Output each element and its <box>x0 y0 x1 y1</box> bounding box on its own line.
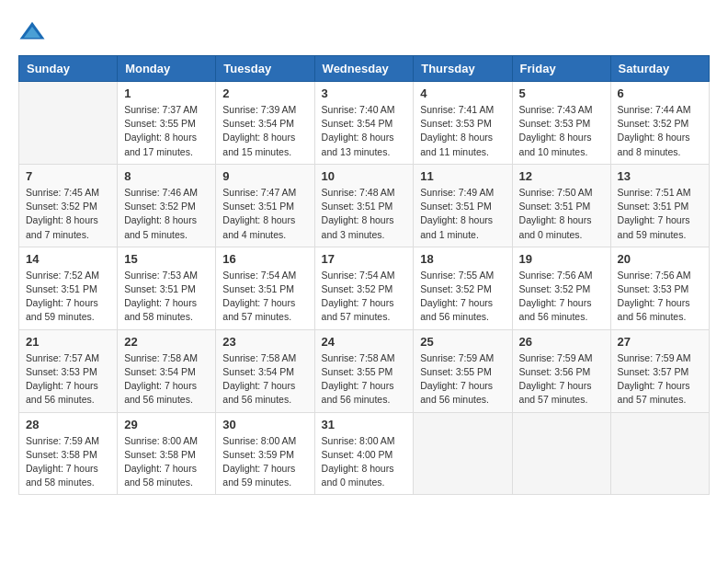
day-number: 28 <box>26 418 110 431</box>
calendar-cell: 31Sunrise: 8:00 AM Sunset: 4:00 PM Dayli… <box>314 412 414 495</box>
calendar-cell: 16Sunrise: 7:54 AM Sunset: 3:51 PM Dayli… <box>216 247 314 329</box>
logo <box>18 18 50 46</box>
day-info: Sunrise: 7:39 AM Sunset: 3:54 PM Dayligh… <box>222 103 307 159</box>
day-number: 17 <box>322 252 407 266</box>
calendar-header-row: SundayMondayTuesdayWednesdayThursdayFrid… <box>19 56 710 82</box>
calendar-cell: 20Sunrise: 7:56 AM Sunset: 3:53 PM Dayli… <box>610 247 709 329</box>
calendar-cell: 3Sunrise: 7:40 AM Sunset: 3:54 PM Daylig… <box>314 82 414 165</box>
day-number: 11 <box>420 169 505 183</box>
calendar-cell: 18Sunrise: 7:55 AM Sunset: 3:52 PM Dayli… <box>414 247 512 329</box>
day-number: 22 <box>124 335 209 349</box>
day-number: 16 <box>222 252 307 266</box>
day-info: Sunrise: 7:51 AM Sunset: 3:51 PM Dayligh… <box>618 186 702 242</box>
calendar-cell: 17Sunrise: 7:54 AM Sunset: 3:52 PM Dayli… <box>314 247 414 329</box>
calendar-cell: 9Sunrise: 7:47 AM Sunset: 3:51 PM Daylig… <box>216 164 314 247</box>
calendar-cell: 22Sunrise: 7:58 AM Sunset: 3:54 PM Dayli… <box>118 329 216 412</box>
calendar-week-row: 14Sunrise: 7:52 AM Sunset: 3:51 PM Dayli… <box>19 247 710 329</box>
day-number: 14 <box>26 252 110 266</box>
day-number: 23 <box>222 335 307 349</box>
weekday-header: Monday <box>118 56 216 82</box>
weekday-header: Wednesday <box>314 56 414 82</box>
day-info: Sunrise: 7:44 AM Sunset: 3:52 PM Dayligh… <box>618 103 702 159</box>
day-info: Sunrise: 7:41 AM Sunset: 3:53 PM Dayligh… <box>420 103 505 159</box>
calendar-cell <box>512 412 610 495</box>
day-info: Sunrise: 7:57 AM Sunset: 3:53 PM Dayligh… <box>26 351 110 408</box>
day-number: 30 <box>222 418 307 431</box>
day-number: 19 <box>519 252 604 266</box>
calendar-cell: 13Sunrise: 7:51 AM Sunset: 3:51 PM Dayli… <box>610 164 709 247</box>
day-number: 5 <box>519 86 604 100</box>
weekday-header: Tuesday <box>216 56 314 82</box>
day-info: Sunrise: 7:56 AM Sunset: 3:53 PM Dayligh… <box>618 269 702 325</box>
day-number: 3 <box>322 86 407 100</box>
weekday-header: Thursday <box>414 56 512 82</box>
calendar-cell: 14Sunrise: 7:52 AM Sunset: 3:51 PM Dayli… <box>19 247 118 329</box>
calendar-week-row: 21Sunrise: 7:57 AM Sunset: 3:53 PM Dayli… <box>19 329 710 412</box>
calendar-cell: 8Sunrise: 7:46 AM Sunset: 3:52 PM Daylig… <box>118 164 216 247</box>
day-number: 15 <box>124 252 209 266</box>
day-info: Sunrise: 7:59 AM Sunset: 3:57 PM Dayligh… <box>618 351 702 408</box>
weekday-header: Saturday <box>610 56 709 82</box>
day-info: Sunrise: 7:43 AM Sunset: 3:53 PM Dayligh… <box>519 103 604 159</box>
day-info: Sunrise: 7:54 AM Sunset: 3:51 PM Dayligh… <box>222 269 307 325</box>
calendar-cell: 11Sunrise: 7:49 AM Sunset: 3:51 PM Dayli… <box>414 164 512 247</box>
day-info: Sunrise: 7:56 AM Sunset: 3:52 PM Dayligh… <box>519 269 604 325</box>
weekday-header: Sunday <box>19 56 118 82</box>
day-number: 9 <box>222 169 307 183</box>
day-info: Sunrise: 7:49 AM Sunset: 3:51 PM Dayligh… <box>420 186 505 242</box>
day-number: 27 <box>618 335 702 349</box>
day-number: 31 <box>322 418 407 431</box>
day-number: 2 <box>222 86 307 100</box>
calendar-cell: 19Sunrise: 7:56 AM Sunset: 3:52 PM Dayli… <box>512 247 610 329</box>
calendar-cell: 10Sunrise: 7:48 AM Sunset: 3:51 PM Dayli… <box>314 164 414 247</box>
day-number: 13 <box>618 169 702 183</box>
calendar-cell: 25Sunrise: 7:59 AM Sunset: 3:55 PM Dayli… <box>414 329 512 412</box>
calendar-cell: 15Sunrise: 7:53 AM Sunset: 3:51 PM Dayli… <box>118 247 216 329</box>
day-number: 29 <box>124 418 209 431</box>
day-info: Sunrise: 8:00 AM Sunset: 3:58 PM Dayligh… <box>124 434 209 490</box>
day-number: 6 <box>618 86 702 100</box>
calendar-cell: 1Sunrise: 7:37 AM Sunset: 3:55 PM Daylig… <box>118 82 216 165</box>
day-info: Sunrise: 7:59 AM Sunset: 3:55 PM Dayligh… <box>420 351 505 408</box>
logo-icon <box>18 18 46 46</box>
day-number: 25 <box>420 335 505 349</box>
day-info: Sunrise: 7:47 AM Sunset: 3:51 PM Dayligh… <box>222 186 307 242</box>
calendar-week-row: 28Sunrise: 7:59 AM Sunset: 3:58 PM Dayli… <box>19 412 710 495</box>
weekday-header: Friday <box>512 56 610 82</box>
calendar-cell: 28Sunrise: 7:59 AM Sunset: 3:58 PM Dayli… <box>19 412 118 495</box>
day-info: Sunrise: 8:00 AM Sunset: 3:59 PM Dayligh… <box>222 434 307 490</box>
calendar-week-row: 7Sunrise: 7:45 AM Sunset: 3:52 PM Daylig… <box>19 164 710 247</box>
day-info: Sunrise: 7:40 AM Sunset: 3:54 PM Dayligh… <box>322 103 407 159</box>
calendar-cell: 29Sunrise: 8:00 AM Sunset: 3:58 PM Dayli… <box>118 412 216 495</box>
calendar-cell: 5Sunrise: 7:43 AM Sunset: 3:53 PM Daylig… <box>512 82 610 165</box>
day-number: 21 <box>26 335 110 349</box>
calendar-cell: 23Sunrise: 7:58 AM Sunset: 3:54 PM Dayli… <box>216 329 314 412</box>
day-number: 26 <box>519 335 604 349</box>
day-number: 10 <box>322 169 407 183</box>
calendar-table: SundayMondayTuesdayWednesdayThursdayFrid… <box>18 55 710 495</box>
calendar-cell: 4Sunrise: 7:41 AM Sunset: 3:53 PM Daylig… <box>414 82 512 165</box>
day-info: Sunrise: 7:58 AM Sunset: 3:54 PM Dayligh… <box>222 351 307 408</box>
calendar-cell <box>414 412 512 495</box>
calendar-cell: 30Sunrise: 8:00 AM Sunset: 3:59 PM Dayli… <box>216 412 314 495</box>
calendar-cell: 26Sunrise: 7:59 AM Sunset: 3:56 PM Dayli… <box>512 329 610 412</box>
calendar-cell: 24Sunrise: 7:58 AM Sunset: 3:55 PM Dayli… <box>314 329 414 412</box>
day-info: Sunrise: 8:00 AM Sunset: 4:00 PM Dayligh… <box>322 434 407 490</box>
calendar-cell <box>610 412 709 495</box>
day-number: 18 <box>420 252 505 266</box>
day-info: Sunrise: 7:52 AM Sunset: 3:51 PM Dayligh… <box>26 269 110 325</box>
day-info: Sunrise: 7:54 AM Sunset: 3:52 PM Dayligh… <box>322 269 407 325</box>
calendar-cell: 12Sunrise: 7:50 AM Sunset: 3:51 PM Dayli… <box>512 164 610 247</box>
day-number: 12 <box>519 169 604 183</box>
day-number: 20 <box>618 252 702 266</box>
calendar-week-row: 1Sunrise: 7:37 AM Sunset: 3:55 PM Daylig… <box>19 82 710 165</box>
calendar-cell: 27Sunrise: 7:59 AM Sunset: 3:57 PM Dayli… <box>610 329 709 412</box>
day-info: Sunrise: 7:55 AM Sunset: 3:52 PM Dayligh… <box>420 269 505 325</box>
day-number: 7 <box>26 169 110 183</box>
page-header <box>18 18 710 46</box>
day-info: Sunrise: 7:58 AM Sunset: 3:55 PM Dayligh… <box>322 351 407 408</box>
calendar-cell: 7Sunrise: 7:45 AM Sunset: 3:52 PM Daylig… <box>19 164 118 247</box>
calendar-cell <box>19 82 118 165</box>
day-info: Sunrise: 7:59 AM Sunset: 3:56 PM Dayligh… <box>519 351 604 408</box>
day-number: 8 <box>124 169 209 183</box>
